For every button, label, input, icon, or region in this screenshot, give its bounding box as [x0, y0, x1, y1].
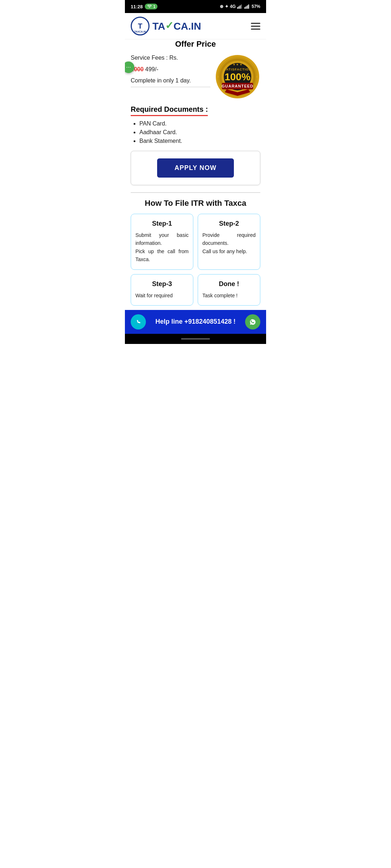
signal-bars-icon — [237, 4, 243, 9]
chat-dots-icon: ··· — [126, 64, 131, 71]
offer-divider — [131, 87, 210, 87]
main-content: Offer Price Service Fees : Rs. 2000 499/… — [125, 39, 266, 310]
signal-bars2-icon — [244, 4, 250, 9]
svg-text:100%: 100% — [224, 71, 251, 82]
svg-rect-1 — [238, 7, 239, 9]
list-item: Aadhaar Card. — [139, 129, 260, 136]
logo-circle: T TAXCA.IN — [131, 17, 150, 35]
wifi-badge: 1 — [145, 4, 157, 9]
time: 11:28 — [131, 4, 143, 9]
how-to-title: How To File ITR with Taxca — [131, 199, 260, 208]
price-row: 2000 499/- — [131, 65, 210, 74]
status-right: ⊛ ✦ 4G 57% — [220, 4, 260, 9]
complete-text: Complete in only 1 day. — [131, 76, 210, 85]
new-price: 499/- — [145, 66, 158, 72]
step-1-card: Step-1 Submit your basic information.Pic… — [131, 214, 193, 270]
offer-content-row: Service Fees : Rs. 2000 499/- Complete i… — [131, 53, 260, 102]
svg-rect-6 — [247, 5, 248, 9]
status-bar: 11:28 1 ⊛ ✦ 4G 57% — [125, 0, 266, 13]
offer-title-row: Offer Price — [131, 39, 260, 49]
logo-tagline: TAXCA.IN — [132, 30, 148, 33]
done-title: Done ! — [202, 280, 256, 288]
svg-rect-3 — [241, 5, 242, 9]
bluetooth-icon: ✦ — [225, 4, 228, 9]
helpline-text: Help line +918240851428 ! — [146, 318, 245, 326]
svg-point-20 — [256, 76, 258, 78]
req-docs-title: Required Documents : — [131, 105, 208, 116]
check-icon: ✓ — [165, 20, 173, 31]
step-1-body: Submit your basic information.Pick up th… — [135, 231, 189, 264]
step-2-card: Step-2 Provide required documents.Call u… — [198, 214, 260, 270]
svg-text:GUARANTEED: GUARANTEED — [222, 84, 253, 88]
step-1-title: Step-1 — [135, 220, 189, 227]
svg-rect-4 — [244, 7, 245, 9]
step-2-title: Step-2 — [202, 220, 256, 227]
logo-t-letter: T — [138, 22, 142, 30]
helpline-bar[interactable]: Help line +918240851428 ! — [125, 310, 266, 334]
badge-svg: ★ ★ ★ SATISFACTION 100% GUARANTEED — [214, 53, 261, 100]
apply-now-button[interactable]: APPLY NOW — [157, 158, 234, 178]
call-icon[interactable] — [131, 314, 146, 329]
header: T TAXCA.IN TA ✓ CA.IN — [125, 13, 266, 39]
bottom-indicator — [181, 338, 210, 340]
svg-rect-7 — [248, 5, 249, 9]
whatsapp-icon[interactable] — [245, 314, 260, 329]
svg-text:SATISFACTION: SATISFACTION — [223, 68, 251, 71]
bottom-bar — [125, 334, 266, 344]
list-item: PAN Card. — [139, 120, 260, 127]
svg-rect-5 — [245, 7, 247, 9]
svg-rect-0 — [237, 7, 238, 9]
svg-rect-2 — [240, 5, 241, 9]
done-card: Done ! Task complete ! — [198, 274, 260, 306]
done-body: Task complete ! — [202, 292, 256, 299]
step-2-body: Provide required documents.Call us for a… — [202, 231, 256, 255]
service-fees-label: Service Fees : Rs. — [131, 53, 210, 63]
bt-icon: ⊛ — [220, 4, 223, 9]
list-item: Bank Statement. — [139, 138, 260, 144]
step-3-card: Step-3 Wait for required — [131, 274, 193, 306]
steps-grid: Step-1 Submit your basic information.Pic… — [131, 214, 260, 310]
offer-title: Offer Price — [131, 39, 260, 49]
svg-text:★ ★ ★: ★ ★ ★ — [233, 63, 242, 66]
brand-name: TA ✓ CA.IN — [152, 20, 201, 32]
hamburger-menu[interactable] — [251, 23, 260, 30]
logo-area: T TAXCA.IN TA ✓ CA.IN — [131, 17, 201, 35]
wifi-count: 1 — [153, 4, 155, 9]
signal-label: 4G — [230, 4, 236, 9]
required-docs-section: Required Documents : PAN Card. Aadhaar C… — [131, 105, 260, 144]
satisfaction-badge: ★ ★ ★ SATISFACTION 100% GUARANTEED — [214, 53, 261, 102]
svg-point-19 — [216, 76, 219, 78]
req-docs-list: PAN Card. Aadhaar Card. Bank Statement. — [131, 120, 260, 144]
battery: 57% — [252, 4, 260, 9]
section-divider — [131, 192, 260, 193]
step-3-body: Wait for required — [135, 292, 189, 299]
apply-box: APPLY NOW — [131, 151, 260, 185]
offer-left: Service Fees : Rs. 2000 499/- Complete i… — [131, 53, 210, 93]
step-3-title: Step-3 — [135, 280, 189, 288]
